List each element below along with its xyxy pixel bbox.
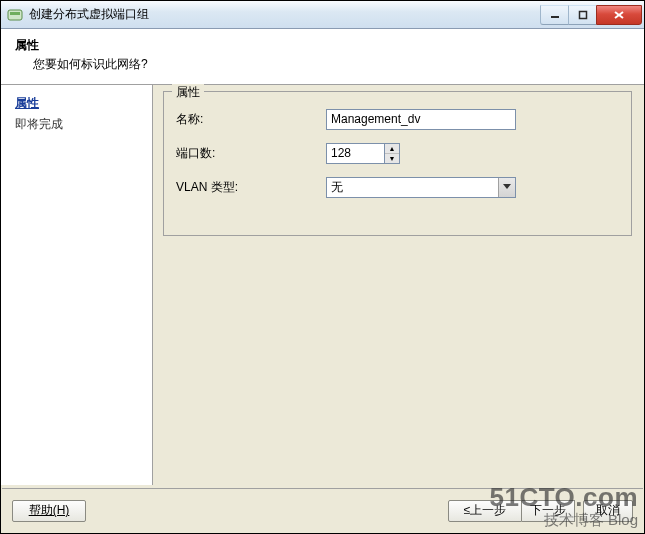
window-frame: 创建分布式虚拟端口组 属性 您要如何标识此网络? 属性 即将完成 xyxy=(0,0,645,534)
groupbox-legend: 属性 xyxy=(172,84,204,101)
properties-groupbox: 属性 名称: 端口数: ▲ ▼ xyxy=(163,91,632,236)
vlan-type-select[interactable]: 无 xyxy=(326,177,516,198)
svg-marker-6 xyxy=(503,184,511,189)
steps-pane: 属性 即将完成 xyxy=(1,85,153,485)
dropdown-button[interactable] xyxy=(498,178,515,197)
svg-rect-1 xyxy=(10,12,20,15)
wizard-footer: 帮助(H) ≤上一步 下一步 取消 xyxy=(2,488,643,532)
help-button[interactable]: 帮助(H) xyxy=(12,500,86,522)
vlan-type-value: 无 xyxy=(331,179,343,196)
ports-label: 端口数: xyxy=(176,145,326,162)
wizard-body: 属性 即将完成 属性 名称: 端口数: ▲ ▼ xyxy=(1,85,644,485)
spinner-buttons[interactable]: ▲ ▼ xyxy=(384,143,400,164)
field-row-ports: 端口数: ▲ ▼ xyxy=(176,142,619,164)
header-subtitle: 您要如何标识此网络? xyxy=(15,56,630,73)
name-input[interactable] xyxy=(326,109,516,130)
ports-spinner[interactable]: ▲ ▼ xyxy=(326,143,400,164)
step-properties[interactable]: 属性 xyxy=(15,95,144,112)
minimize-button[interactable] xyxy=(540,5,568,25)
ports-input[interactable] xyxy=(326,143,384,164)
content-pane: 属性 名称: 端口数: ▲ ▼ xyxy=(153,85,644,485)
titlebar: 创建分布式虚拟端口组 xyxy=(1,1,644,29)
svg-rect-3 xyxy=(579,11,586,18)
field-row-name: 名称: xyxy=(176,108,619,130)
next-button[interactable]: 下一步 xyxy=(522,500,575,522)
wizard-header: 属性 您要如何标识此网络? xyxy=(1,29,644,85)
step-ready-to-complete[interactable]: 即将完成 xyxy=(15,116,144,133)
spinner-down-icon[interactable]: ▼ xyxy=(385,154,399,163)
field-row-vlan: VLAN 类型: 无 xyxy=(176,176,619,198)
header-title: 属性 xyxy=(15,37,630,54)
back-button[interactable]: ≤上一步 xyxy=(448,500,522,522)
window-buttons xyxy=(540,5,642,25)
name-label: 名称: xyxy=(176,111,326,128)
window-title: 创建分布式虚拟端口组 xyxy=(29,6,540,23)
vlan-label: VLAN 类型: xyxy=(176,179,326,196)
spinner-up-icon[interactable]: ▲ xyxy=(385,144,399,154)
app-icon xyxy=(7,7,23,23)
cancel-button[interactable]: 取消 xyxy=(583,500,633,522)
maximize-button[interactable] xyxy=(568,5,596,25)
close-button[interactable] xyxy=(596,5,642,25)
